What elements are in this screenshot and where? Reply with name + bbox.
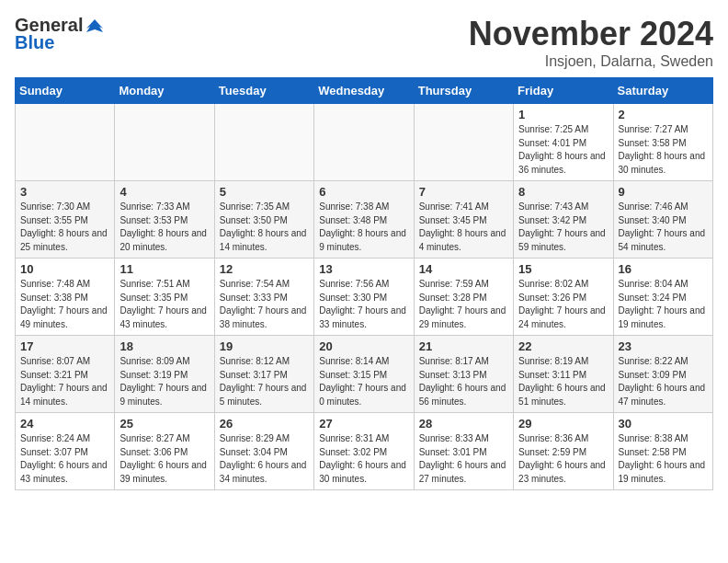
calendar-day-cell: 13Sunrise: 7:56 AM Sunset: 3:30 PM Dayli… [314,259,414,336]
day-number: 26 [220,417,309,431]
day-info: Sunrise: 8:04 AM Sunset: 3:24 PM Dayligh… [619,278,708,331]
calendar-day-cell: 1Sunrise: 7:25 AM Sunset: 4:01 PM Daylig… [514,104,613,181]
day-number: 18 [119,339,209,353]
day-number: 23 [619,339,708,353]
day-info: Sunrise: 8:09 AM Sunset: 3:19 PM Dayligh… [119,355,209,408]
day-number: 9 [619,185,708,199]
day-info: Sunrise: 7:48 AM Sunset: 3:38 PM Dayligh… [20,278,109,331]
day-info: Sunrise: 7:46 AM Sunset: 3:40 PM Dayligh… [619,201,708,254]
svg-marker-0 [86,19,103,32]
calendar-subtitle: Insjoen, Dalarna, Sweden [469,53,713,70]
day-info: Sunrise: 7:43 AM Sunset: 3:42 PM Dayligh… [518,201,608,254]
calendar-day-cell [414,104,513,181]
calendar-day-cell: 19Sunrise: 8:12 AM Sunset: 3:17 PM Dayli… [214,336,313,413]
day-number: 5 [220,185,309,199]
day-info: Sunrise: 7:41 AM Sunset: 3:45 PM Dayligh… [419,201,508,254]
calendar-day-cell: 25Sunrise: 8:27 AM Sunset: 3:06 PM Dayli… [115,413,214,490]
calendar-week-row: 10Sunrise: 7:48 AM Sunset: 3:38 PM Dayli… [16,259,713,336]
calendar-day-cell: 7Sunrise: 7:41 AM Sunset: 3:45 PM Daylig… [414,181,513,259]
day-number: 1 [518,108,608,121]
calendar-day-cell: 11Sunrise: 7:51 AM Sunset: 3:35 PM Dayli… [115,259,214,336]
calendar-day-cell [115,104,214,181]
day-info: Sunrise: 7:54 AM Sunset: 3:33 PM Dayligh… [220,278,309,331]
day-info: Sunrise: 7:56 AM Sunset: 3:30 PM Dayligh… [319,278,408,331]
calendar-day-cell [314,104,414,181]
day-number: 30 [619,417,708,431]
day-info: Sunrise: 8:02 AM Sunset: 3:26 PM Dayligh… [518,278,608,331]
calendar-day-cell [16,104,115,181]
calendar-day-cell [214,104,313,181]
calendar-week-row: 3Sunrise: 7:30 AM Sunset: 3:55 PM Daylig… [16,181,713,259]
day-info: Sunrise: 7:33 AM Sunset: 3:53 PM Dayligh… [119,201,209,254]
day-info: Sunrise: 7:51 AM Sunset: 3:35 PM Dayligh… [119,278,209,331]
calendar-table: SundayMondayTuesdayWednesdayThursdayFrid… [15,77,713,490]
calendar-day-cell: 27Sunrise: 8:31 AM Sunset: 3:02 PM Dayli… [314,413,414,490]
calendar-header-row: SundayMondayTuesdayWednesdayThursdayFrid… [16,78,713,104]
day-info: Sunrise: 8:07 AM Sunset: 3:21 PM Dayligh… [20,355,109,408]
logo: General Blue [15,15,105,53]
day-info: Sunrise: 7:35 AM Sunset: 3:50 PM Dayligh… [220,201,309,254]
day-number: 19 [220,339,309,353]
day-number: 10 [20,262,109,276]
day-number: 16 [619,262,708,276]
day-info: Sunrise: 8:27 AM Sunset: 3:06 PM Dayligh… [119,432,209,486]
day-info: Sunrise: 8:14 AM Sunset: 3:15 PM Dayligh… [319,355,408,408]
day-number: 14 [419,262,508,276]
calendar-header-thursday: Thursday [414,78,513,104]
day-number: 25 [119,417,209,431]
day-info: Sunrise: 7:59 AM Sunset: 3:28 PM Dayligh… [419,278,508,331]
calendar-day-cell: 17Sunrise: 8:07 AM Sunset: 3:21 PM Dayli… [16,336,115,413]
calendar-week-row: 17Sunrise: 8:07 AM Sunset: 3:21 PM Dayli… [16,336,713,413]
calendar-day-cell: 24Sunrise: 8:24 AM Sunset: 3:07 PM Dayli… [16,413,115,490]
calendar-day-cell: 30Sunrise: 8:38 AM Sunset: 2:58 PM Dayli… [613,413,712,490]
day-info: Sunrise: 8:17 AM Sunset: 3:13 PM Dayligh… [419,355,508,408]
calendar-day-cell: 2Sunrise: 7:27 AM Sunset: 3:58 PM Daylig… [613,104,712,181]
day-number: 24 [20,417,109,431]
day-number: 20 [319,339,408,353]
title-area: November 2024 Insjoen, Dalarna, Sweden [469,15,713,70]
calendar-day-cell: 9Sunrise: 7:46 AM Sunset: 3:40 PM Daylig… [613,181,712,259]
calendar-day-cell: 23Sunrise: 8:22 AM Sunset: 3:09 PM Dayli… [613,336,712,413]
day-info: Sunrise: 7:30 AM Sunset: 3:55 PM Dayligh… [20,201,109,254]
calendar-day-cell: 5Sunrise: 7:35 AM Sunset: 3:50 PM Daylig… [214,181,313,259]
day-number: 2 [619,108,708,121]
day-number: 11 [119,262,209,276]
day-info: Sunrise: 8:36 AM Sunset: 2:59 PM Dayligh… [518,432,608,486]
calendar-day-cell: 15Sunrise: 8:02 AM Sunset: 3:26 PM Dayli… [514,259,613,336]
calendar-day-cell: 26Sunrise: 8:29 AM Sunset: 3:04 PM Dayli… [214,413,313,490]
day-info: Sunrise: 8:33 AM Sunset: 3:01 PM Dayligh… [419,432,508,486]
day-info: Sunrise: 8:19 AM Sunset: 3:11 PM Dayligh… [518,355,608,408]
calendar-header-monday: Monday [115,78,214,104]
day-info: Sunrise: 8:12 AM Sunset: 3:17 PM Dayligh… [220,355,309,408]
calendar-day-cell: 29Sunrise: 8:36 AM Sunset: 2:59 PM Dayli… [514,413,613,490]
day-info: Sunrise: 7:38 AM Sunset: 3:48 PM Dayligh… [319,201,408,254]
calendar-day-cell: 18Sunrise: 8:09 AM Sunset: 3:19 PM Dayli… [115,336,214,413]
day-number: 7 [419,185,508,199]
day-info: Sunrise: 8:29 AM Sunset: 3:04 PM Dayligh… [220,432,309,486]
day-number: 4 [119,185,209,199]
day-number: 22 [518,339,608,353]
day-number: 15 [518,262,608,276]
calendar-day-cell: 22Sunrise: 8:19 AM Sunset: 3:11 PM Dayli… [514,336,613,413]
calendar-day-cell: 20Sunrise: 8:14 AM Sunset: 3:15 PM Dayli… [314,336,414,413]
day-number: 29 [518,417,608,431]
calendar-day-cell: 16Sunrise: 8:04 AM Sunset: 3:24 PM Dayli… [613,259,712,336]
day-info: Sunrise: 8:24 AM Sunset: 3:07 PM Dayligh… [20,432,109,486]
day-number: 28 [419,417,508,431]
calendar-header-tuesday: Tuesday [214,78,313,104]
calendar-week-row: 24Sunrise: 8:24 AM Sunset: 3:07 PM Dayli… [16,413,713,490]
calendar-day-cell: 8Sunrise: 7:43 AM Sunset: 3:42 PM Daylig… [514,181,613,259]
day-info: Sunrise: 7:25 AM Sunset: 4:01 PM Dayligh… [518,123,608,177]
calendar-header-wednesday: Wednesday [314,78,414,104]
logo-bird-icon [85,16,105,36]
calendar-day-cell: 6Sunrise: 7:38 AM Sunset: 3:48 PM Daylig… [314,181,414,259]
day-info: Sunrise: 8:22 AM Sunset: 3:09 PM Dayligh… [619,355,708,408]
calendar-day-cell: 3Sunrise: 7:30 AM Sunset: 3:55 PM Daylig… [16,181,115,259]
calendar-header-friday: Friday [514,78,613,104]
day-number: 21 [419,339,508,353]
header: General Blue November 2024 Insjoen, Dala… [15,15,713,70]
day-number: 3 [20,185,109,199]
calendar-header-sunday: Sunday [16,78,115,104]
calendar-day-cell: 10Sunrise: 7:48 AM Sunset: 3:38 PM Dayli… [16,259,115,336]
day-number: 17 [20,339,109,353]
